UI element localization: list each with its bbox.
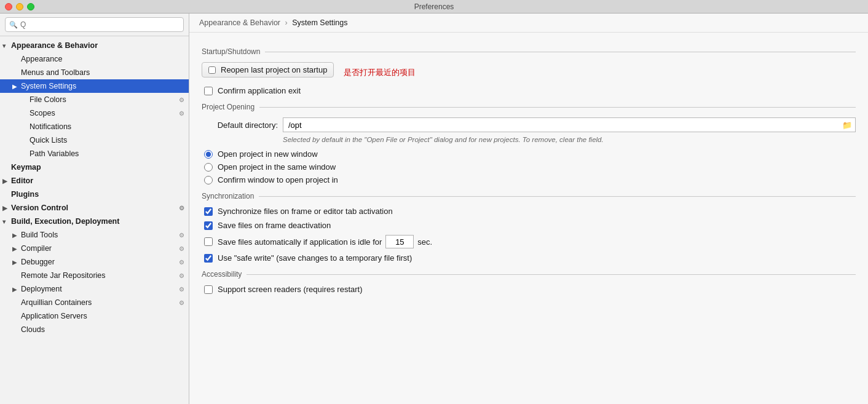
- sidebar-item-remote-jar-repos[interactable]: Remote Jar Repositories ⚙: [0, 269, 189, 282]
- sidebar-item-label: Build, Execution, Deployment: [11, 217, 189, 226]
- settings-icon: ⚙: [176, 95, 186, 105]
- sync-files-checkbox[interactable]: [204, 207, 213, 216]
- confirm-exit-checkbox[interactable]: [204, 87, 213, 95]
- open-same-window-row: Open project in the same window: [202, 162, 856, 172]
- sync-files-row: Synchronize files on frame or editor tab…: [202, 207, 856, 216]
- sec-label: sec.: [417, 237, 432, 247]
- open-new-window-radio[interactable]: [204, 150, 213, 159]
- sync-files-label[interactable]: Synchronize files on frame or editor tab…: [218, 207, 393, 216]
- default-directory-input[interactable]: [283, 117, 856, 132]
- breadcrumb: Appearance & Behavior › System Settings: [189, 14, 868, 33]
- settings-icon: ⚙: [176, 203, 186, 213]
- startup-section-label: Startup/Shutdown: [202, 47, 260, 56]
- open-same-window-radio[interactable]: [204, 163, 213, 172]
- minimize-button[interactable]: [16, 3, 23, 10]
- arrow-icon: ▾: [2, 42, 11, 49]
- save-idle-label[interactable]: Save files automatically if application …: [218, 237, 382, 247]
- sidebar-item-label: Version Control: [11, 204, 176, 212]
- safe-write-label[interactable]: Use "safe write" (save changes to a temp…: [218, 253, 412, 263]
- settings-icon: ⚙: [176, 230, 186, 240]
- sidebar-item-label: Plugins: [11, 190, 189, 199]
- reopen-checkbox[interactable]: [208, 66, 216, 74]
- screen-readers-label[interactable]: Support screen readers (requires restart…: [218, 285, 363, 294]
- content-area: Appearance & Behavior › System Settings …: [189, 14, 868, 404]
- sidebar-item-scopes[interactable]: Scopes ⚙: [0, 106, 189, 120]
- confirm-exit-label[interactable]: Confirm application exit: [218, 86, 301, 95]
- sidebar-item-quick-lists[interactable]: Quick Lists: [0, 133, 189, 147]
- sidebar-item-menus-toolbars[interactable]: Menus and Toolbars: [0, 66, 189, 79]
- sidebar-item-label: Debugger: [21, 258, 176, 266]
- sidebar-item-debugger[interactable]: ▶ Debugger ⚙: [0, 255, 189, 269]
- sidebar-item-label: File Colors: [30, 95, 176, 104]
- breadcrumb-parent: Appearance & Behavior: [199, 18, 280, 27]
- save-idle-checkbox[interactable]: [204, 237, 213, 246]
- settings-icon: ⚙: [176, 244, 186, 253]
- sidebar-item-label: Keymap: [11, 163, 189, 172]
- sidebar-item-label: Notifications: [30, 122, 189, 131]
- preferences-window: Preferences 🔍 ▾ Appearance & Behavior Ap…: [0, 0, 868, 404]
- open-new-window-label[interactable]: Open project in new window: [218, 149, 318, 159]
- settings-content: Startup/Shutdown Reopen last project on …: [189, 33, 868, 306]
- sidebar-item-label: Path Variables: [30, 149, 189, 158]
- maximize-button[interactable]: [27, 3, 34, 10]
- confirm-exit-row: Confirm application exit: [202, 86, 856, 95]
- reopen-label[interactable]: Reopen last project on startup: [221, 65, 327, 74]
- folder-icon: 📁: [842, 121, 852, 130]
- sidebar-item-build-tools[interactable]: ▶ Build Tools ⚙: [0, 228, 189, 242]
- sidebar-item-label: Appearance & Behavior: [11, 41, 189, 50]
- sidebar-item-clouds[interactable]: Clouds: [0, 323, 189, 336]
- sidebar-item-notifications[interactable]: Notifications: [0, 120, 189, 133]
- sidebar-item-keymap[interactable]: Keymap: [0, 160, 189, 174]
- synchronization-section-divider: Synchronization: [202, 192, 856, 200]
- sidebar-item-system-settings[interactable]: ▶ System Settings: [0, 79, 189, 93]
- project-opening-section-label: Project Opening: [202, 103, 254, 111]
- sidebar-item-appearance[interactable]: Appearance: [0, 52, 189, 66]
- sidebar-item-application-servers[interactable]: Application Servers: [0, 309, 189, 323]
- settings-icon: ⚙: [176, 108, 186, 118]
- sidebar-item-file-colors[interactable]: File Colors ⚙: [0, 93, 189, 106]
- breadcrumb-current: System Settings: [292, 18, 347, 27]
- sidebar-item-build-execution-deployment[interactable]: ▾ Build, Execution, Deployment: [0, 215, 189, 228]
- title-bar: Preferences: [0, 0, 868, 14]
- directory-hint: Selected by default in the "Open File or…: [202, 136, 856, 143]
- sidebar-item-label: Build Tools: [21, 231, 176, 239]
- sidebar-item-path-variables[interactable]: Path Variables: [0, 147, 189, 160]
- sidebar-item-editor[interactable]: ▶ Editor: [0, 174, 189, 188]
- sidebar-item-appearance-behavior[interactable]: ▾ Appearance & Behavior: [0, 39, 189, 52]
- sidebar-item-label: Application Servers: [21, 312, 189, 320]
- settings-icon: ⚙: [176, 284, 186, 294]
- divider-line: [259, 107, 856, 108]
- save-idle-row: Save files automatically if application …: [202, 235, 856, 248]
- sidebar-item-compiler[interactable]: ▶ Compiler ⚙: [0, 242, 189, 255]
- sidebar-item-plugins[interactable]: Plugins: [0, 188, 189, 201]
- open-same-window-label[interactable]: Open project in the same window: [218, 162, 336, 172]
- sidebar-item-label: Quick Lists: [30, 136, 189, 145]
- sidebar-item-version-control[interactable]: ▶ Version Control ⚙: [0, 201, 189, 215]
- search-box: 🔍: [0, 14, 189, 36]
- default-directory-row: Default directory: 📁: [202, 117, 856, 132]
- screen-readers-row: Support screen readers (requires restart…: [202, 285, 856, 294]
- close-button[interactable]: [5, 3, 12, 10]
- save-idle-value[interactable]: [385, 235, 414, 248]
- sidebar-item-deployment[interactable]: ▶ Deployment ⚙: [0, 282, 189, 296]
- sidebar-item-label: Compiler: [21, 244, 176, 253]
- sidebar-tree: ▾ Appearance & Behavior Appearance Menus…: [0, 36, 189, 404]
- settings-icon: ⚙: [176, 298, 186, 307]
- safe-write-checkbox[interactable]: [204, 254, 213, 263]
- directory-input-wrap: 📁: [283, 117, 856, 132]
- reopen-annotation: 是否打开最近的项目: [344, 67, 416, 78]
- confirm-window-label[interactable]: Confirm window to open project in: [218, 175, 338, 184]
- save-deactivation-checkbox[interactable]: [204, 221, 213, 230]
- reopen-last-project-btn[interactable]: Reopen last project on startup: [202, 62, 334, 77]
- sidebar-item-arquillian-containers[interactable]: Arquillian Containers ⚙: [0, 296, 189, 309]
- breadcrumb-separator: ›: [285, 18, 288, 27]
- confirm-window-radio[interactable]: [204, 176, 213, 184]
- screen-readers-checkbox[interactable]: [204, 285, 213, 294]
- save-deactivation-row: Save files on frame deactivation: [202, 221, 856, 230]
- sidebar-item-label: System Settings: [21, 82, 189, 90]
- search-input[interactable]: [5, 17, 184, 32]
- save-deactivation-label[interactable]: Save files on frame deactivation: [218, 221, 331, 230]
- synchronization-section-label: Synchronization: [202, 192, 254, 200]
- sidebar-item-label: Appearance: [21, 55, 189, 63]
- divider-line: [259, 196, 856, 197]
